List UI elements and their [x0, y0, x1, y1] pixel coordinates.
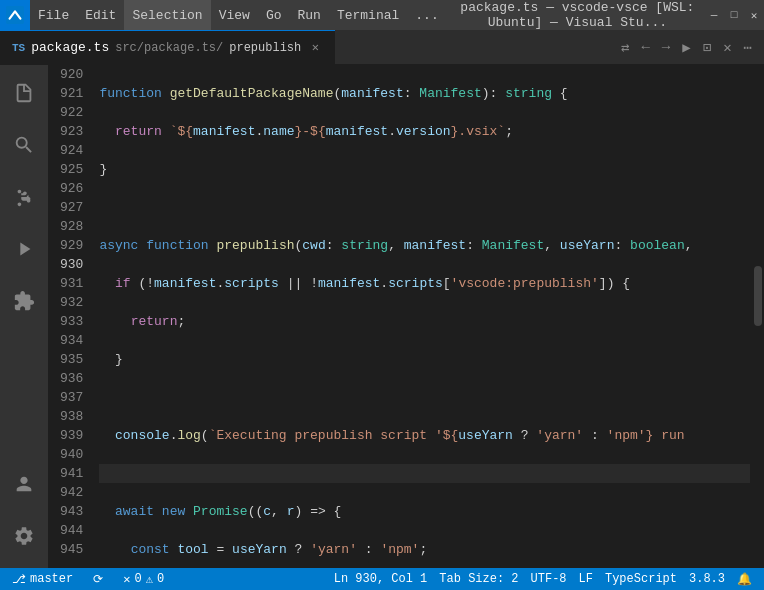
activity-explorer[interactable]	[0, 69, 48, 117]
more-actions-button[interactable]: ⋯	[740, 35, 756, 60]
menu-more[interactable]: ...	[407, 0, 446, 30]
open-changes-button[interactable]: ▶	[678, 35, 694, 60]
minimize-button[interactable]: —	[708, 9, 720, 21]
line-num-923: 923	[60, 122, 83, 141]
code-line-921: return `${manifest.name}-${manifest.vers…	[99, 122, 750, 141]
version-label: 3.8.3	[689, 572, 725, 586]
activity-source-control[interactable]	[0, 173, 48, 221]
warning-count: 0	[157, 572, 164, 586]
tab-size-label: Tab Size: 2	[439, 572, 518, 586]
code-editor[interactable]: function getDefaultPackageName(manifest:…	[91, 65, 750, 568]
activity-extensions[interactable]	[0, 277, 48, 325]
menu-terminal[interactable]: Terminal	[329, 0, 407, 30]
close-editor-button[interactable]: ✕	[719, 35, 735, 60]
menu-selection[interactable]: Selection	[124, 0, 210, 30]
tab-path: src/package.ts/	[115, 41, 223, 55]
menu-file[interactable]: File	[30, 0, 77, 30]
code-line-923	[99, 198, 750, 217]
activity-search[interactable]	[0, 121, 48, 169]
line-num-931: 931	[60, 274, 83, 293]
code-line-932: const tool = useYarn ? 'yarn' : 'npm';	[99, 540, 750, 559]
line-num-935: 935	[60, 350, 83, 369]
code-line-929: console.log(`Executing prepublish script…	[99, 426, 750, 445]
scrollbar[interactable]	[750, 65, 764, 568]
title-bar: File Edit Selection View Go Run Terminal…	[0, 0, 764, 30]
code-line-927: }	[99, 350, 750, 369]
code-container[interactable]: 920 921 922 923 924 925 926 927 928 929 …	[48, 65, 750, 568]
go-back-button[interactable]: ←	[637, 35, 653, 59]
main-area: 920 921 922 923 924 925 926 927 928 929 …	[0, 65, 764, 568]
language-label: TypeScript	[605, 572, 677, 586]
branch-name: master	[30, 572, 73, 586]
line-num-922: 922	[60, 103, 83, 122]
split-right-button[interactable]: ⊡	[699, 35, 715, 60]
window-title: package.ts — vscode-vsce [WSL: Ubuntu] —…	[447, 0, 708, 30]
line-num-934: 934	[60, 331, 83, 350]
tab-filename: package.ts	[31, 40, 109, 55]
status-sync[interactable]: ⟳	[89, 568, 107, 590]
status-line-ending[interactable]: LF	[575, 572, 597, 586]
code-line-925: if (!manifest.scripts || !manifest.scrip…	[99, 274, 750, 293]
code-line-924: async function prepublish(cwd: string, m…	[99, 236, 750, 255]
line-num-945: 945	[60, 540, 83, 559]
scroll-thumb[interactable]	[754, 266, 762, 326]
encoding-label: UTF-8	[531, 572, 567, 586]
tab-actions: ⇄ ← → ▶ ⊡ ✕ ⋯	[617, 30, 764, 64]
status-right: Ln 930, Col 1 Tab Size: 2 UTF-8 LF TypeS…	[330, 572, 756, 587]
tab-ts-icon: TS	[12, 42, 25, 54]
status-errors[interactable]: ✕ 0 ⚠ 0	[119, 568, 168, 590]
tab-close-button[interactable]: ✕	[307, 40, 323, 56]
code-line-920: function getDefaultPackageName(manifest:…	[99, 84, 750, 103]
line-num-929: 929	[60, 236, 83, 255]
line-num-933: 933	[60, 312, 83, 331]
status-language[interactable]: TypeScript	[601, 572, 681, 586]
status-encoding[interactable]: UTF-8	[527, 572, 571, 586]
line-num-932: 932	[60, 293, 83, 312]
window-controls: — □ ✕	[708, 9, 764, 21]
code-line-930	[99, 464, 750, 483]
status-tab-size[interactable]: Tab Size: 2	[435, 572, 522, 586]
split-editor-button[interactable]: ⇄	[617, 35, 633, 60]
line-num-930: 930	[60, 255, 83, 274]
tab-badge: prepublish	[229, 41, 301, 55]
line-num-937: 937	[60, 388, 83, 407]
line-numbers: 920 921 922 923 924 925 926 927 928 929 …	[48, 65, 91, 568]
line-num-944: 944	[60, 521, 83, 540]
code-line-922: }	[99, 160, 750, 179]
line-num-924: 924	[60, 141, 83, 160]
menu-run[interactable]: Run	[289, 0, 328, 30]
line-num-941: 941	[60, 464, 83, 483]
status-position[interactable]: Ln 930, Col 1	[330, 572, 432, 586]
activity-bottom	[0, 460, 48, 568]
active-tab[interactable]: TS package.ts src/package.ts/ prepublish…	[0, 30, 335, 64]
status-version[interactable]: 3.8.3	[685, 572, 729, 586]
tab-bar: TS package.ts src/package.ts/ prepublish…	[0, 30, 764, 65]
activity-settings[interactable]	[0, 512, 48, 560]
menu-edit[interactable]: Edit	[77, 0, 124, 30]
app-icon	[0, 0, 30, 30]
code-line-931: await new Promise((c, r) => {	[99, 502, 750, 521]
warning-icon: ⚠	[146, 572, 153, 587]
status-branch[interactable]: ⎇ master	[8, 568, 77, 590]
line-ending-label: LF	[579, 572, 593, 586]
svg-rect-0	[6, 6, 24, 24]
menu-view[interactable]: View	[211, 0, 258, 30]
maximize-button[interactable]: □	[728, 9, 740, 21]
line-num-943: 943	[60, 502, 83, 521]
line-num-920: 920	[60, 65, 83, 84]
status-bar: ⎇ master ⟳ ✕ 0 ⚠ 0 Ln 930, Col 1 Tab Siz…	[0, 568, 764, 590]
go-forward-button[interactable]: →	[658, 35, 674, 59]
status-notifications[interactable]: 🔔	[733, 572, 756, 587]
close-button[interactable]: ✕	[748, 9, 760, 21]
activity-account[interactable]	[0, 460, 48, 508]
cursor-position: Ln 930, Col 1	[334, 572, 428, 586]
line-num-921: 921	[60, 84, 83, 103]
menu-go[interactable]: Go	[258, 0, 290, 30]
line-num-940: 940	[60, 445, 83, 464]
notifications-icon: 🔔	[737, 572, 752, 587]
line-num-928: 928	[60, 217, 83, 236]
activity-run[interactable]	[0, 225, 48, 273]
line-num-927: 927	[60, 198, 83, 217]
line-num-942: 942	[60, 483, 83, 502]
git-branch-icon: ⎇	[12, 572, 26, 587]
